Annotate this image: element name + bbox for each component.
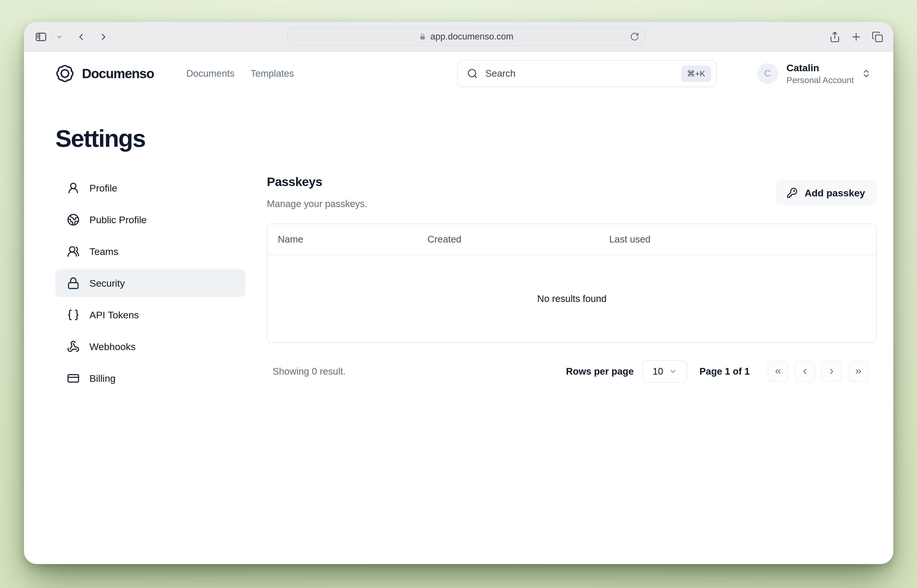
chevron-left-icon [801, 367, 809, 376]
nav-templates[interactable]: Templates [251, 68, 294, 79]
search-input[interactable]: Search ⌘+K [457, 60, 717, 87]
back-icon[interactable] [76, 32, 86, 42]
add-passkey-button[interactable]: Add passkey [776, 181, 877, 205]
chevron-right-icon [827, 367, 836, 376]
rows-per-page-value: 10 [652, 366, 663, 377]
webhook-icon [67, 340, 79, 353]
sidebar-item-profile[interactable]: Profile [55, 174, 245, 202]
chevrons-right-icon [854, 367, 863, 376]
address-bar[interactable]: app.documenso.com [287, 27, 645, 46]
results-summary: Showing 0 result. [273, 366, 346, 377]
table-header-row: Name Created Last used [267, 224, 877, 255]
column-header-name: Name [267, 234, 427, 245]
sidebar-item-label: Webhooks [89, 341, 136, 352]
table-empty-state: No results found [267, 255, 877, 342]
forward-icon[interactable] [99, 32, 109, 42]
avatar: C [757, 63, 778, 84]
brand-logo[interactable]: Documenso [55, 64, 154, 83]
sidebar-item-label: Billing [89, 373, 116, 384]
sidebar-item-label: API Tokens [89, 309, 139, 321]
rows-per-page-label: Rows per page [566, 366, 634, 377]
chevrons-up-down-icon [861, 69, 871, 78]
share-icon[interactable] [829, 31, 841, 43]
column-header-last-used: Last used [609, 234, 877, 245]
passkeys-panel: Passkeys Manage your passkeys. Add passk… [267, 174, 877, 383]
app-header: Documenso Documents Templates Search ⌘+K… [24, 52, 893, 95]
account-menu[interactable]: C Catalin Personal Account [757, 62, 871, 86]
key-icon [787, 187, 797, 199]
brand-name: Documenso [82, 66, 154, 81]
globe-icon [67, 213, 79, 226]
column-header-created: Created [427, 234, 609, 245]
sidebar-item-teams[interactable]: Teams [55, 237, 245, 265]
passkeys-table: Name Created Last used No results found [267, 223, 877, 343]
sidebar-toggle-icon[interactable] [35, 31, 47, 43]
users-icon [67, 245, 79, 258]
add-passkey-label: Add passkey [804, 187, 865, 199]
sidebar-item-api-tokens[interactable]: API Tokens [55, 301, 245, 329]
lock-icon [67, 277, 79, 289]
first-page-button[interactable] [768, 361, 788, 382]
sidebar-item-security[interactable]: Security [55, 269, 245, 297]
new-tab-icon[interactable] [851, 31, 862, 43]
lock-icon [419, 33, 426, 40]
sidebar-item-public-profile[interactable]: Public Profile [55, 206, 245, 234]
chevron-down-icon [669, 367, 677, 375]
sidebar-item-label: Profile [89, 183, 117, 194]
rows-per-page-select[interactable]: 10 [642, 360, 687, 383]
tabs-overview-icon[interactable] [872, 31, 883, 43]
account-name: Catalin [787, 62, 854, 74]
sidebar-item-webhooks[interactable]: Webhooks [55, 333, 245, 360]
empty-state-text: No results found [537, 293, 606, 304]
page-title: Settings [55, 126, 893, 151]
browser-toolbar: app.documenso.com [24, 22, 893, 52]
table-footer: Showing 0 result. Rows per page 10 Page … [267, 360, 877, 383]
main-nav: Documents Templates [186, 68, 294, 79]
braces-icon [67, 309, 79, 321]
chevrons-left-icon [774, 367, 782, 376]
previous-page-button[interactable] [794, 361, 815, 382]
url-text: app.documenso.com [430, 31, 513, 42]
account-type: Personal Account [787, 75, 854, 85]
reload-icon[interactable] [630, 32, 639, 41]
chevron-down-icon[interactable] [56, 33, 63, 40]
page-indicator: Page 1 of 1 [700, 366, 750, 377]
sidebar-item-label: Teams [89, 246, 118, 257]
sidebar-item-label: Security [89, 278, 125, 289]
search-icon [467, 68, 478, 79]
browser-window: app.documenso.com [24, 22, 893, 564]
toolbar-divider [51, 31, 52, 43]
search-shortcut-badge: ⌘+K [681, 65, 711, 82]
sidebar-item-label: Public Profile [89, 214, 147, 226]
settings-sidebar: Profile Public Profile [55, 174, 245, 392]
next-page-button[interactable] [821, 361, 842, 382]
nav-documents[interactable]: Documents [186, 68, 235, 79]
sidebar-item-billing[interactable]: Billing [55, 365, 245, 392]
user-icon [67, 182, 79, 194]
last-page-button[interactable] [848, 361, 869, 382]
documenso-logo-icon [55, 64, 74, 83]
credit-card-icon [67, 372, 79, 385]
search-placeholder: Search [485, 68, 674, 79]
